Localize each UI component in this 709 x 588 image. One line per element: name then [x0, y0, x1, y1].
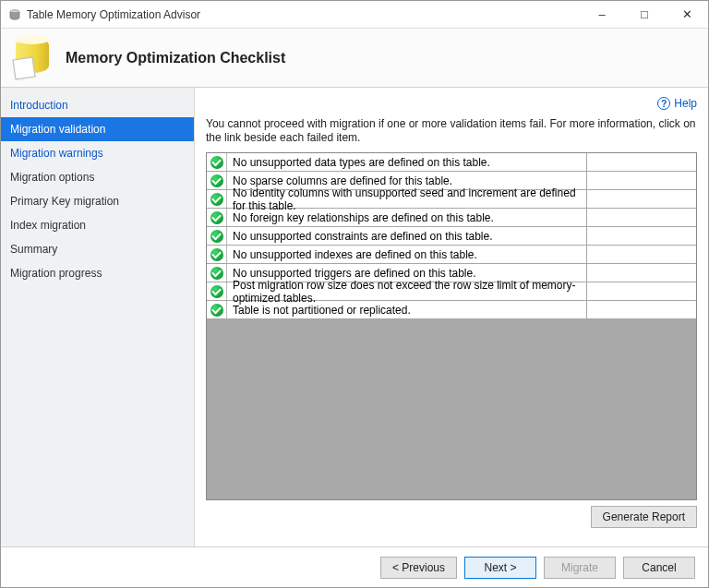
validation-text: Table is not partitioned or replicated. [227, 301, 587, 318]
titlebar: Table Memory Optimization Advisor – □ ✕ [1, 1, 708, 29]
maximize-button[interactable]: □ [623, 1, 666, 29]
sidebar-item-migration-progress[interactable]: Migration progress [1, 261, 194, 285]
minimize-button[interactable]: – [581, 1, 623, 29]
table-row: No unsupported data types are defined on… [207, 153, 696, 172]
check-ok-icon [210, 285, 223, 298]
page-title: Memory Optimization Checklist [66, 50, 285, 66]
table-row: Table is not partitioned or replicated. [207, 301, 696, 319]
validation-text: Post migration row size does not exceed … [227, 282, 587, 300]
check-ok-icon [210, 267, 223, 280]
validation-link-cell [587, 227, 696, 245]
check-ok-icon [210, 230, 223, 243]
validation-text: No unsupported data types are defined on… [227, 153, 587, 171]
app-icon [8, 8, 21, 21]
sidebar-item-index-migration[interactable]: Index migration [1, 213, 194, 237]
validation-text: No identity columns with unsupported see… [227, 190, 587, 208]
table-row: No identity columns with unsupported see… [207, 190, 696, 209]
sidebar-item-migration-warnings[interactable]: Migration warnings [1, 141, 194, 165]
sidebar-item-introduction[interactable]: Introduction [1, 93, 194, 117]
validation-link-cell [587, 153, 696, 171]
generate-report-button[interactable]: Generate Report [591, 506, 697, 528]
sidebar-item-primary-key-migration[interactable]: Primary Key migration [1, 189, 194, 213]
validation-text: No unsupported indexes are defined on th… [227, 246, 587, 263]
validation-link-cell [587, 264, 696, 282]
wizard-footer: < Previous Next > Migrate Cancel [1, 546, 708, 587]
check-ok-icon [210, 174, 223, 187]
validation-link-cell [587, 209, 696, 226]
window: Table Memory Optimization Advisor – □ ✕ … [0, 0, 709, 588]
check-ok-icon [210, 304, 223, 317]
validation-link-cell [587, 172, 696, 189]
help-link[interactable]: ? Help [657, 97, 697, 110]
sidebar-item-migration-options[interactable]: Migration options [1, 165, 194, 189]
validation-description: You cannot proceed with migration if one… [206, 117, 697, 145]
next-button[interactable]: Next > [464, 557, 536, 579]
validation-table: No unsupported data types are defined on… [206, 152, 697, 500]
migrate-button: Migrate [544, 557, 616, 579]
validation-text: No foreign key relationships are defined… [227, 209, 587, 226]
help-icon: ? [657, 97, 670, 110]
previous-button[interactable]: < Previous [380, 557, 457, 579]
cancel-button[interactable]: Cancel [623, 557, 695, 579]
check-ok-icon [210, 193, 223, 206]
table-row: No foreign key relationships are defined… [207, 209, 696, 227]
check-ok-icon [210, 248, 223, 261]
sidebar-item-migration-validation[interactable]: Migration validation [1, 117, 194, 141]
sidebar-item-summary[interactable]: Summary [1, 237, 194, 261]
validation-text: No unsupported constraints are defined o… [227, 227, 587, 245]
table-row: No unsupported constraints are defined o… [207, 227, 696, 246]
window-title: Table Memory Optimization Advisor [27, 8, 581, 21]
validation-link-cell [587, 282, 696, 300]
check-ok-icon [210, 156, 223, 169]
window-controls: – □ ✕ [581, 1, 708, 29]
header: Memory Optimization Checklist [1, 29, 708, 88]
close-button[interactable]: ✕ [666, 1, 708, 29]
main-panel: ? Help You cannot proceed with migration… [195, 88, 708, 546]
table-row: Post migration row size does not exceed … [207, 282, 696, 301]
validation-link-cell [587, 301, 696, 318]
help-link-label: Help [674, 97, 697, 110]
sidebar: Introduction Migration validation Migrat… [1, 88, 195, 546]
check-ok-icon [210, 211, 223, 224]
table-row: No unsupported indexes are defined on th… [207, 246, 696, 264]
wizard-icon [14, 38, 54, 78]
validation-link-cell [587, 190, 696, 208]
validation-link-cell [587, 246, 696, 263]
